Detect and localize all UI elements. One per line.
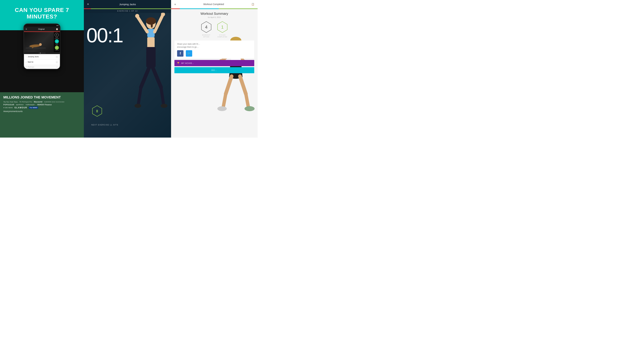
p2-menu-icon[interactable]: ≡	[87, 3, 89, 6]
svg-point-37	[244, 106, 254, 111]
headline: CAN YOU SPARE 7 MINUTES?	[0, 3, 84, 23]
achievements-btn[interactable]: 🏆 MY ACHIE…	[174, 60, 254, 66]
p2-timer: 00:1	[86, 25, 123, 45]
svg-line-20	[161, 87, 164, 104]
svg-line-32	[226, 76, 232, 94]
phone-title: Original	[38, 28, 44, 30]
press-appolicious: appolicious·	[16, 104, 24, 105]
press-row-1: The New York Times The Washington Post M…	[3, 101, 80, 103]
trophy-icon: 🏆	[177, 62, 180, 64]
achievements-label: MY ACHIE…	[182, 62, 194, 64]
press-nyt: The New York Times	[3, 101, 18, 103]
p2-pause-btn[interactable]: ⏸	[92, 105, 103, 117]
list-play-btn[interactable]: ▶	[56, 61, 58, 63]
press-cbs: ● CBS NEWS	[3, 107, 13, 108]
timer-icon: ⏱	[55, 33, 59, 37]
stat-hex-workout: 4	[200, 21, 212, 33]
done-btn[interactable]: DO…	[174, 67, 254, 73]
hashtag: #everymomentcounts	[3, 110, 80, 113]
carousel-dots	[24, 52, 60, 54]
dot-active	[40, 53, 40, 53]
p2-progress-green	[91, 9, 171, 9]
list-name: Pushups	[28, 66, 56, 68]
svg-point-15	[135, 14, 139, 18]
phone-exercise-list: 1 Jumping Jacks ▶ 2 Wall Sit ▶ 3 Pushups…	[24, 54, 60, 69]
p2-progress-red	[84, 9, 91, 9]
svg-point-34	[217, 106, 227, 111]
p2-exercise-label: EXERCISE 1 OF 12	[84, 9, 171, 13]
phone-exercise-area: ⏱ 30 SECEXERCISE ⏸ 10 RESTREST ⏱ 1 CIRCU…	[24, 32, 60, 52]
stat-label-workout: WORKOUTOPTION	[202, 34, 210, 38]
svg-line-13	[138, 17, 147, 32]
press-wapo: The Washington Post	[20, 101, 32, 103]
svg-rect-10	[147, 29, 155, 37]
p3-summary-title: Workout Summary	[174, 12, 254, 16]
phone-doc-icon: 📋	[56, 28, 58, 30]
pushup-figure	[26, 40, 46, 50]
list-play-btn[interactable]: ▶	[56, 66, 58, 68]
dot	[42, 53, 43, 53]
svg-point-2	[39, 43, 42, 46]
press-row-2: POPSUGAR appolicious· myfitnesspal✓ YAHO…	[3, 104, 80, 106]
list-item-2: 2 Wall Sit ▶	[24, 59, 60, 65]
circuit-icon: ⏱	[55, 46, 59, 50]
movement-headline: MILLIONS JOINED THE MOVEMENT	[3, 95, 80, 99]
headline-text: CAN YOU SPARE 7 MINUTES?	[5, 7, 79, 20]
p2-next-exercise: NEXT EXERCISE LL SITS	[92, 124, 118, 126]
phone-header: ≡ Original 📋	[24, 27, 60, 31]
press-health: health⊕⊕⊕ doctor recommended	[44, 101, 64, 103]
list-name: Jumping Jacks	[28, 56, 56, 58]
svg-rect-12	[146, 47, 156, 67]
list-item-1: 1 Jumping Jacks ▶	[24, 54, 60, 59]
press-myfitnesspal: myfitnesspal✓	[26, 104, 36, 105]
list-num: 3	[26, 66, 28, 68]
p3-menu-icon[interactable]: ≡	[174, 3, 176, 6]
svg-line-33	[223, 94, 226, 107]
svg-line-17	[141, 67, 149, 87]
phone-sidebar: ⏱ 30 SECEXERCISE ⏸ 10 RESTREST ⏱ 1 CIRCU…	[54, 32, 60, 52]
p3-content: Workout Summary for April 8, 2015 4 WORK…	[171, 9, 258, 76]
dot	[39, 53, 40, 53]
press-macworld: Macworld	[34, 101, 42, 103]
press-popsugar: POPSUGAR	[3, 104, 14, 106]
svg-line-18	[152, 67, 161, 87]
p3-stats: 4 WORKOUTOPTION 1 CYCLESCOMPLETED	[174, 21, 254, 38]
svg-line-14	[155, 15, 163, 32]
pause-icon[interactable]: ⏸	[55, 39, 59, 43]
panel-center: ≡ Jumping Jacks ≡ EXERCISE 1 OF 12 00:1 …	[84, 0, 171, 137]
press-yahoo: YAHOO! Finance	[37, 104, 52, 106]
facebook-btn[interactable]: f	[177, 50, 184, 57]
stat-cycles: 1 CYCLESCOMPLETED	[216, 21, 228, 38]
stat-label-cycles: CYCLESCOMPLETED	[218, 34, 228, 38]
p2-top-bar: ≡ Jumping Jacks ≡	[84, 0, 171, 9]
sidebar-label-exercise: 30 SECEXERCISE	[55, 37, 59, 39]
svg-point-21	[134, 104, 141, 108]
p3-social-icons: f 🐦	[177, 50, 252, 57]
p3-share-text: Share your stats with fri…encourage them…	[177, 43, 252, 49]
stat-hex-cycles: 1	[216, 21, 228, 33]
p3-header: ≡ Workout Completed 📋	[171, 0, 258, 9]
panel-left: CAN YOU SPARE 7 MINUTES? ●●● ≡ Original …	[0, 0, 84, 137]
phone-menu-icon: ≡	[26, 28, 27, 30]
panel2-header: ≡ Jumping Jacks ≡ EXERCISE 1 OF 12	[84, 0, 171, 13]
stat-number-4: 4	[205, 25, 208, 30]
svg-line-35	[240, 76, 246, 94]
p3-header-title: Workout Completed	[203, 3, 224, 6]
p3-doc-icon[interactable]: 📋	[252, 3, 254, 6]
svg-line-36	[246, 94, 248, 107]
pause-hexagon: ⏸	[92, 105, 103, 117]
svg-point-9	[151, 23, 153, 28]
list-name: Wall Sit	[28, 61, 56, 63]
svg-point-8	[146, 17, 156, 25]
list-play-btn[interactable]: ▶	[56, 56, 58, 58]
p2-title: Jumping Jacks	[119, 3, 136, 6]
dot	[44, 53, 44, 53]
svg-text:⏸: ⏸	[95, 109, 99, 113]
list-num: 1	[26, 56, 28, 58]
svg-point-22	[161, 104, 167, 108]
p3-summary-date: for April 8, 2015	[174, 16, 254, 18]
phone-mockup: ●●● ≡ Original 📋	[24, 24, 60, 69]
done-label: DO…	[212, 69, 217, 71]
p3-summary-header: Workout Summary for April 8, 2015	[174, 12, 254, 18]
twitter-btn[interactable]: 🐦	[186, 50, 192, 57]
